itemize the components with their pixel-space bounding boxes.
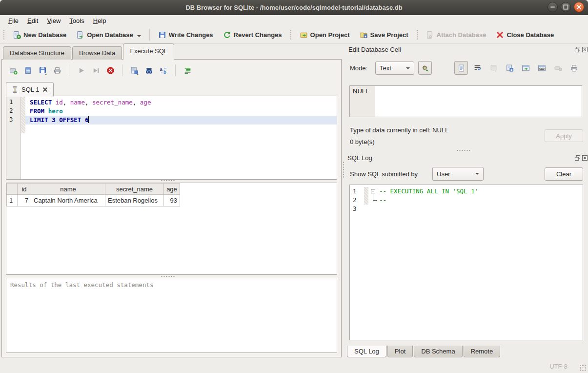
revert-changes-button[interactable]: Revert Changes — [218, 28, 287, 42]
menu-tools[interactable]: Tools — [65, 16, 88, 25]
sql-editor-toolbar: ab — [7, 64, 194, 77]
mode-combobox[interactable]: Text — [375, 62, 414, 75]
tab-database-structure[interactable]: Database Structure — [3, 46, 71, 60]
database-new-icon — [13, 31, 21, 39]
open-sql-file-button[interactable] — [21, 64, 34, 77]
link-button[interactable] — [535, 61, 548, 75]
svg-text:a: a — [160, 66, 162, 72]
save-results-dropdown-icon[interactable] — [136, 74, 139, 75]
code-line-current: LIMIT 3 OFFSET 6 — [25, 116, 337, 124]
attach-database-button: Attach Database — [421, 28, 491, 42]
tab-plot[interactable]: Plot — [387, 346, 413, 357]
save-results-button[interactable] — [128, 64, 141, 77]
toolbar-grip[interactable] — [416, 29, 418, 40]
clear-log-button[interactable]: Clear — [545, 167, 583, 181]
apply-button: Apply — [545, 129, 583, 142]
menu-help[interactable]: Help — [89, 16, 111, 25]
corner-header-cell[interactable] — [7, 184, 18, 195]
sql-log-area[interactable]: 1 -- EXECUTING ALL IN 'SQL 1' 2 -- 3 — [349, 185, 583, 340]
toolbar-separator — [122, 64, 122, 76]
auto-apply-button[interactable] — [418, 61, 432, 75]
maximize-button[interactable] — [561, 2, 571, 12]
sql-document-tab[interactable]: SQL 1 — [6, 82, 54, 97]
maximize-icon — [561, 2, 570, 12]
open-project-button[interactable]: Open Project — [295, 28, 355, 42]
write-changes-button[interactable]: Write Changes — [153, 28, 218, 42]
menu-edit[interactable]: Edit — [23, 16, 42, 25]
stop-execution-button[interactable] — [104, 64, 117, 77]
export-data-button[interactable] — [503, 61, 516, 75]
close-database-icon — [496, 31, 504, 39]
print-sql-button[interactable] — [51, 64, 63, 77]
toolbar-separator — [149, 29, 150, 41]
collapse-marker-icon[interactable] — [371, 189, 375, 193]
minimize-icon — [548, 2, 557, 12]
panel-splitter[interactable] — [343, 161, 345, 179]
open-database-button[interactable]: Open Database — [71, 28, 146, 42]
text-mode-button[interactable] — [454, 61, 468, 75]
import-data-button — [487, 61, 500, 75]
sql-code-editor[interactable]: 1 2 3 SELECT id, name, secret_name, age … — [6, 96, 337, 180]
cell-size-info: 0 byte(s) — [350, 138, 375, 145]
column-header-id[interactable]: id — [18, 184, 31, 195]
column-header-name[interactable]: name — [31, 184, 105, 195]
row-number-cell[interactable]: 1 — [7, 195, 18, 207]
close-panel-icon[interactable] — [582, 46, 588, 53]
cell-secret-name[interactable]: Esteban Rogelios — [105, 195, 164, 207]
new-database-button[interactable]: New Database — [8, 28, 71, 42]
format-sql-button[interactable] — [181, 64, 194, 77]
log-line: 2 -- — [350, 196, 583, 205]
column-header-secret-name[interactable]: secret_name — [105, 184, 164, 195]
menubar: File Edit View Tools Help — [0, 15, 588, 26]
titlebar[interactable]: DB Browser for SQLite - /home/user/code/… — [0, 0, 588, 15]
menu-file[interactable]: File — [4, 16, 23, 25]
cell-id[interactable]: 7 — [18, 195, 31, 207]
save-project-button[interactable]: Save Project — [355, 28, 413, 42]
open-in-window-button[interactable] — [519, 61, 532, 75]
replace-button[interactable]: ab — [157, 64, 170, 77]
close-database-button[interactable]: Close Database — [491, 28, 559, 42]
tab-remote[interactable]: Remote — [464, 346, 501, 357]
set-null-button — [551, 61, 565, 75]
tab-execute-sql[interactable]: Execute SQL — [123, 43, 174, 60]
close-tab-icon[interactable] — [42, 86, 48, 93]
execute-sql-panel: ab SQL 1 1 2 3 SELECT id, name, secret_n… — [1, 59, 342, 357]
cell-age[interactable]: 93 — [164, 195, 180, 207]
column-header-age[interactable]: age — [164, 184, 180, 195]
results-message-area[interactable]: Results of the last executed statements — [6, 278, 337, 353]
tab-browse-data[interactable]: Browse Data — [72, 46, 122, 60]
resize-grip[interactable] — [579, 364, 586, 371]
minimize-button[interactable] — [547, 2, 558, 12]
open-tab-button[interactable] — [7, 64, 20, 77]
print-icon — [570, 64, 578, 72]
editor-grid-splitter[interactable] — [161, 180, 175, 182]
close-button[interactable] — [574, 2, 584, 12]
cell-editor[interactable]: NULL — [349, 85, 582, 117]
save-sql-file-button[interactable] — [36, 64, 49, 77]
word-wrap-button[interactable] — [470, 61, 484, 75]
float-panel-icon[interactable] — [574, 155, 581, 161]
tab-db-schema[interactable]: DB Schema — [414, 346, 462, 357]
print-cell-button[interactable] — [567, 61, 581, 75]
toolbar-grip[interactable] — [3, 29, 5, 40]
results-message-placeholder: Results of the last executed statements — [10, 281, 154, 289]
cell-name[interactable]: Captain North America — [31, 195, 105, 207]
results-grid[interactable]: id name secret_name age 1 7 Captain Nort… — [6, 183, 337, 275]
grid-message-splitter[interactable] — [161, 275, 175, 277]
replace-icon: ab — [160, 66, 168, 75]
table-row[interactable]: 1 7 Captain North America Esteban Rogeli… — [7, 195, 180, 207]
menu-view[interactable]: View — [42, 16, 65, 25]
close-panel-icon[interactable] — [582, 155, 588, 161]
database-open-icon — [76, 31, 84, 39]
word-wrap-icon — [473, 64, 482, 72]
tab-sql-log[interactable]: SQL Log — [347, 346, 386, 357]
save-file-dropdown-icon[interactable] — [44, 74, 47, 75]
execute-all-icon — [77, 66, 85, 75]
find-button[interactable] — [142, 64, 155, 77]
print-icon — [53, 66, 61, 75]
dock-splitter[interactable] — [456, 149, 471, 151]
log-filter-combobox[interactable]: User — [432, 167, 484, 181]
open-database-dropdown-icon[interactable] — [137, 35, 141, 37]
float-panel-icon[interactable] — [574, 46, 581, 53]
toolbar-grip[interactable] — [290, 29, 292, 40]
